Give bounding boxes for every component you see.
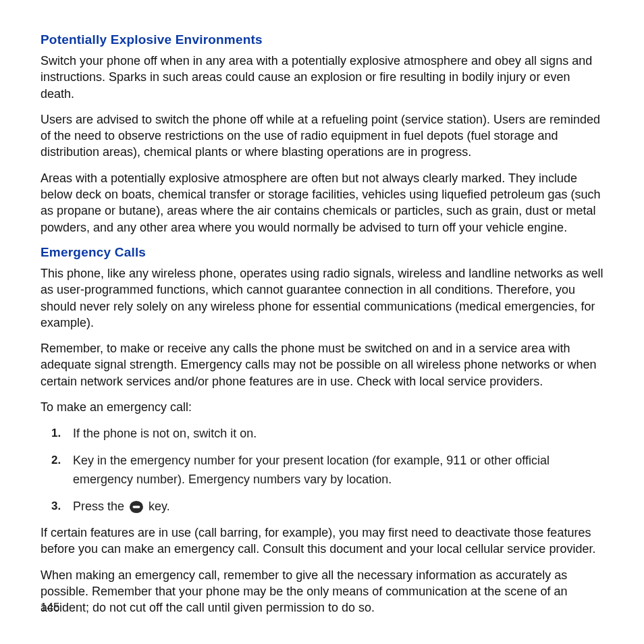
emergency-steps-list: If the phone is not on, switch it on. Ke…: [41, 425, 603, 516]
body-paragraph: When making an emergency call, remember …: [41, 567, 603, 616]
body-paragraph: This phone, like any wireless phone, ope…: [41, 265, 603, 331]
end-call-key-icon: [129, 500, 144, 514]
body-paragraph: Areas with a potentially explosive atmos…: [41, 170, 603, 236]
list-item: If the phone is not on, switch it on.: [59, 425, 603, 444]
body-paragraph: Users are advised to switch the phone of…: [41, 111, 603, 161]
manual-page: Potentially Explosive Environments Switc…: [0, 0, 644, 644]
step-text-post: key.: [149, 500, 170, 513]
body-paragraph: If certain features are in use (call bar…: [41, 525, 603, 558]
page-number: 145: [41, 601, 59, 614]
step-text-pre: Press the: [73, 500, 128, 513]
list-item: Key in the emergency number for your pre…: [59, 452, 603, 489]
list-item: Press the key.: [59, 498, 603, 516]
body-paragraph: Switch your phone off when in any area w…: [41, 53, 603, 102]
section-heading-emergency: Emergency Calls: [41, 245, 603, 260]
section-heading-explosive: Potentially Explosive Environments: [41, 32, 603, 47]
lead-in-text: To make an emergency call:: [41, 399, 603, 415]
body-paragraph: Remember, to make or receive any calls t…: [41, 340, 603, 390]
svg-rect-1: [133, 506, 140, 508]
